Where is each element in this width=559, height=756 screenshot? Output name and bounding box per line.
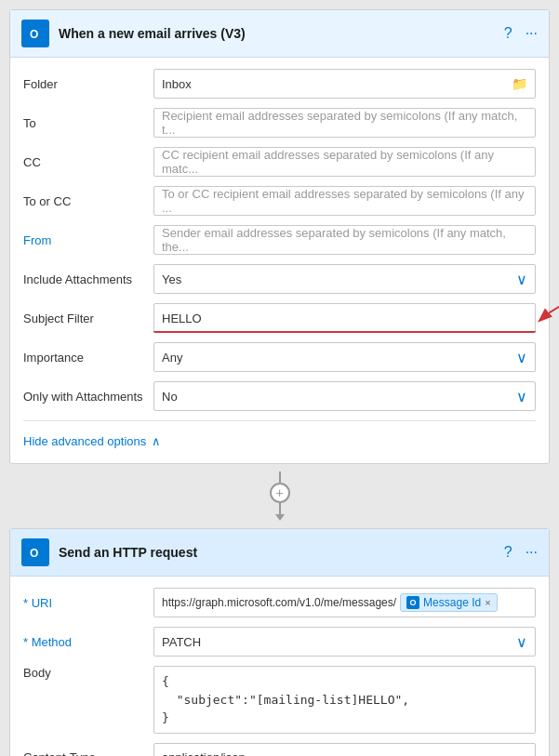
folder-input[interactable]: Inbox 📁 xyxy=(153,69,536,99)
body-line1: { xyxy=(162,672,527,691)
cc-placeholder: CC recipient email addresses separated b… xyxy=(162,148,527,176)
method-input[interactable]: PATCH ∨ xyxy=(153,627,536,657)
more-options-icon[interactable]: ··· xyxy=(526,25,538,42)
first-card-title: When a new email arrives (V3) xyxy=(59,26,246,41)
importance-label: Importance xyxy=(23,351,153,365)
content-type-label: Content-Type xyxy=(23,750,153,756)
first-card-header-right: ? ··· xyxy=(504,25,538,42)
hide-advanced-label: Hide advanced options xyxy=(23,434,146,448)
svg-text:O: O xyxy=(30,28,38,41)
content-type-value: application/json xyxy=(162,750,246,756)
second-card-title: Send an HTTP request xyxy=(59,545,197,560)
first-card-header-left: O When a new email arrives (V3) xyxy=(21,20,246,47)
folder-value: Inbox xyxy=(162,77,192,91)
subject-red-underline xyxy=(153,331,536,333)
from-row: From Sender email addresses separated by… xyxy=(23,225,536,255)
cc-input[interactable]: CC recipient email addresses separated b… xyxy=(153,147,536,177)
second-help-icon[interactable]: ? xyxy=(504,544,512,561)
importance-row: Importance Any ∨ xyxy=(23,342,536,372)
method-label: * Method xyxy=(23,635,153,649)
uri-input[interactable]: https://graph.microsoft.com/v1.0/me/mess… xyxy=(153,588,536,617)
chevron-up-icon: ∧ xyxy=(152,434,161,448)
body-row: Body { "subject":"[mailing-list]HELLO", … xyxy=(23,666,536,734)
second-card-body: * URI https://graph.microsoft.com/v1.0/m… xyxy=(10,577,549,756)
folder-label: Folder xyxy=(23,77,153,91)
importance-dropdown-icon: ∨ xyxy=(516,349,527,366)
body-line2: "subject":"[mailing-list]HELLO", xyxy=(162,691,527,710)
subject-filter-label: Subject Filter xyxy=(23,312,153,325)
connector-arrow xyxy=(275,514,285,521)
second-card: O Send an HTTP request ? ··· * URI https… xyxy=(9,528,550,756)
include-attachments-label: Include Attachments xyxy=(23,272,153,286)
include-attachments-dropdown-icon: ∨ xyxy=(516,271,527,288)
first-card-app-icon: O xyxy=(21,20,49,47)
hide-advanced-toggle[interactable]: Hide advanced options ∧ xyxy=(23,431,536,452)
second-card-header-right: ? ··· xyxy=(504,544,538,561)
connector-bottom-line xyxy=(279,503,281,514)
first-card: O When a new email arrives (V3) ? ··· Fo… xyxy=(9,9,550,464)
subject-filter-input[interactable] xyxy=(153,303,536,333)
help-icon[interactable]: ? xyxy=(504,25,512,42)
body-label: Body xyxy=(23,666,153,680)
body-textarea[interactable]: { "subject":"[mailing-list]HELLO", } xyxy=(153,666,536,734)
only-attachments-dropdown-icon: ∨ xyxy=(516,388,527,405)
message-id-token[interactable]: O Message Id × xyxy=(400,593,497,612)
folder-row: Folder Inbox 📁 xyxy=(23,69,536,99)
to-or-cc-row: To or CC To or CC recipient email addres… xyxy=(23,186,536,216)
only-attachments-input[interactable]: No ∨ xyxy=(153,381,536,411)
second-card-header-left: O Send an HTTP request xyxy=(21,538,197,566)
cc-label: CC xyxy=(23,155,153,169)
first-card-body: Folder Inbox 📁 To Recipient email addres… xyxy=(10,58,549,463)
divider xyxy=(23,420,536,421)
content-type-input[interactable]: application/json xyxy=(153,743,536,757)
connector: + xyxy=(9,464,550,528)
from-label: From xyxy=(23,233,153,247)
from-input[interactable]: Sender email addresses separated by semi… xyxy=(153,225,536,255)
only-attachments-label: Only with Attachments xyxy=(23,390,153,404)
body-line3: } xyxy=(162,709,527,727)
include-attachments-row: Include Attachments Yes ∨ xyxy=(23,264,536,294)
folder-icon: 📁 xyxy=(512,76,527,91)
include-attachments-value: Yes xyxy=(162,272,181,286)
method-value: PATCH xyxy=(162,635,201,649)
connector-top-line xyxy=(279,471,281,483)
importance-input[interactable]: Any ∨ xyxy=(153,342,536,372)
second-card-app-icon: O xyxy=(21,538,49,566)
to-row: To Recipient email addresses separated b… xyxy=(23,108,536,138)
only-attachments-value: No xyxy=(162,390,178,404)
include-attachments-input[interactable]: Yes ∨ xyxy=(153,264,536,294)
token-close-icon[interactable]: × xyxy=(485,597,490,608)
connector-plus-button[interactable]: + xyxy=(270,483,290,503)
importance-value: Any xyxy=(162,351,182,365)
uri-value: https://graph.microsoft.com/v1.0/me/mess… xyxy=(162,596,396,609)
to-label: To xyxy=(23,116,153,130)
to-or-cc-label: To or CC xyxy=(23,194,153,208)
first-card-header: O When a new email arrives (V3) ? ··· xyxy=(10,10,549,58)
subject-filter-container xyxy=(153,303,536,333)
second-card-header: O Send an HTTP request ? ··· xyxy=(10,529,549,577)
token-label: Message Id xyxy=(423,596,481,609)
subject-filter-row: Subject Filter xyxy=(23,303,536,333)
method-row: * Method PATCH ∨ xyxy=(23,627,536,657)
content-type-row: Content-Type application/json xyxy=(23,743,536,757)
svg-text:O: O xyxy=(30,547,38,560)
cc-row: CC CC recipient email addresses separate… xyxy=(23,147,536,177)
uri-label: * URI xyxy=(23,596,153,610)
to-placeholder: Recipient email addresses separated by s… xyxy=(162,109,527,137)
to-input[interactable]: Recipient email addresses separated by s… xyxy=(153,108,536,138)
plus-icon: + xyxy=(275,485,283,500)
method-dropdown-icon: ∨ xyxy=(516,633,527,651)
only-attachments-row: Only with Attachments No ∨ xyxy=(23,381,536,411)
token-app-icon: O xyxy=(406,596,419,609)
from-placeholder: Sender email addresses separated by semi… xyxy=(162,226,527,254)
to-or-cc-input[interactable]: To or CC recipient email addresses separ… xyxy=(153,186,536,216)
to-or-cc-placeholder: To or CC recipient email addresses separ… xyxy=(162,187,527,215)
uri-row: * URI https://graph.microsoft.com/v1.0/m… xyxy=(23,588,536,617)
second-more-options-icon[interactable]: ··· xyxy=(526,544,538,561)
